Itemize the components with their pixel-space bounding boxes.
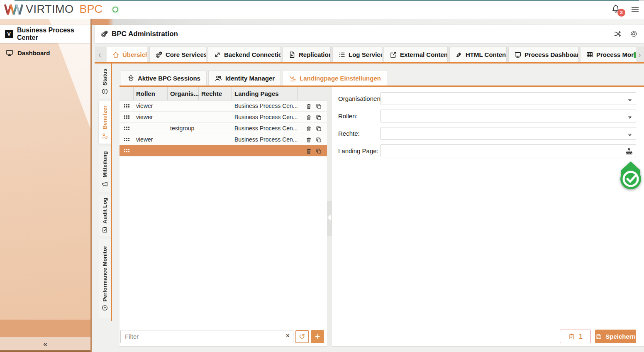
column-header-landing-pages[interactable]: Landing Pages bbox=[232, 87, 298, 100]
table-row[interactable]: viewer Business Process Cen... bbox=[120, 112, 327, 123]
sitemap-picker-icon[interactable] bbox=[625, 147, 633, 155]
filter-input[interactable] bbox=[120, 330, 293, 343]
fountain-pen-icon bbox=[455, 51, 463, 59]
pending-changes-button[interactable]: 1 bbox=[560, 330, 591, 343]
table-row[interactable]: viewer Business Process Cen... bbox=[120, 134, 327, 145]
side-tab-status[interactable]: Status bbox=[99, 66, 111, 98]
rollen-select[interactable] bbox=[381, 110, 636, 122]
side-tab-audit-log[interactable]: Audit Log bbox=[99, 195, 111, 236]
grid-footer: × ↺ + bbox=[120, 330, 326, 343]
landingpage-form-panel: Organisationen: Rollen: Rechte: Landing … bbox=[332, 87, 644, 347]
shuffle-icon[interactable] bbox=[613, 29, 622, 38]
table-grid-icon bbox=[586, 51, 593, 59]
notifications-badge: 3 bbox=[617, 9, 625, 17]
chevron-down-icon[interactable] bbox=[627, 96, 633, 103]
table-row-selected[interactable] bbox=[120, 145, 327, 156]
home-icon bbox=[112, 51, 120, 59]
tab-backend-connections[interactable]: Backend Connections bbox=[208, 46, 281, 62]
column-header-rechte[interactable]: Rechte bbox=[199, 87, 232, 100]
copy-row-icon[interactable] bbox=[315, 113, 322, 120]
gears-icon bbox=[100, 30, 108, 38]
subtab-label: Landingpage Einstellungen bbox=[300, 75, 381, 82]
sidebar-title: Business Process Center bbox=[17, 27, 85, 42]
save-button[interactable]: Speichern bbox=[595, 330, 636, 343]
sidebar-right-edge bbox=[90, 19, 92, 352]
tab-log-service[interactable]: Log Service bbox=[332, 46, 382, 62]
side-tab-benutzer[interactable]: Benutzer bbox=[99, 101, 111, 144]
drag-handle-icon[interactable] bbox=[124, 104, 129, 108]
landing-page-input[interactable] bbox=[381, 144, 636, 157]
sub-tabs: Aktive BPC Sessions Identity Manager Lan… bbox=[121, 71, 387, 86]
tab-core-services[interactable]: Core Services bbox=[149, 46, 206, 62]
main-menu-icon[interactable] bbox=[630, 5, 640, 14]
collapse-left-icon[interactable] bbox=[327, 215, 331, 220]
clipboard-check-icon bbox=[101, 226, 108, 233]
external-link-icon bbox=[390, 51, 397, 59]
tab-external-content[interactable]: External Content bbox=[384, 46, 448, 62]
table-row[interactable]: viewer Business Process Cen... bbox=[120, 100, 327, 112]
sidebar-item-dashboard[interactable]: Dashboard bbox=[5, 49, 50, 57]
delete-row-icon[interactable] bbox=[305, 136, 312, 143]
success-check-badge-icon bbox=[620, 161, 642, 190]
delete-row-icon[interactable] bbox=[305, 102, 312, 109]
tab-bar-accent-line bbox=[95, 62, 644, 64]
admin-title: BPC Administration bbox=[100, 30, 178, 38]
side-tab-label: Status bbox=[102, 68, 108, 86]
copy-row-icon[interactable] bbox=[315, 136, 322, 143]
panel-splitter[interactable] bbox=[327, 87, 332, 347]
floppy-disk-icon bbox=[595, 333, 602, 340]
subtab-aktive-bpc-sessions[interactable]: Aktive BPC Sessions bbox=[121, 71, 207, 86]
tab-process-monitor[interactable]: Process Monitor bbox=[580, 46, 636, 62]
diagonal-arrows-icon bbox=[214, 51, 221, 59]
settings-gear-icon[interactable] bbox=[629, 29, 638, 38]
tab-html-content[interactable]: HTML Content bbox=[449, 46, 507, 62]
tabs-scroll-right-button[interactable]: › bbox=[638, 46, 641, 62]
subtab-identity-manager[interactable]: Identity Manager bbox=[208, 71, 281, 86]
cell-rollen: viewer bbox=[134, 136, 168, 143]
delete-row-icon[interactable] bbox=[305, 113, 312, 120]
column-header-rollen[interactable]: Rollen bbox=[134, 87, 168, 100]
label-rollen: Rollen: bbox=[338, 110, 358, 122]
monitor-icon bbox=[5, 49, 14, 57]
tab-process-dashboard[interactable]: Process Dashboard bbox=[508, 46, 578, 62]
window-top-edge bbox=[15, 0, 639, 1]
column-header-organisationen[interactable]: Organis... bbox=[168, 87, 199, 100]
side-tab-performance-monitor[interactable]: Performance Monitor bbox=[99, 239, 111, 318]
add-row-button[interactable]: + bbox=[311, 330, 324, 343]
organisationen-select[interactable] bbox=[381, 92, 636, 105]
bpc-app-mark-icon: V bbox=[5, 30, 13, 38]
admin-title-text: BPC Administration bbox=[112, 30, 178, 38]
chevron-down-icon[interactable] bbox=[627, 131, 633, 138]
side-tab-mitteilung[interactable]: Mitteilung bbox=[99, 147, 111, 192]
tab-replication[interactable]: Replication bbox=[283, 46, 331, 62]
copy-row-icon[interactable] bbox=[315, 102, 322, 109]
sidebar-collapse-button[interactable]: « bbox=[0, 337, 90, 351]
document-arrow-icon bbox=[288, 51, 296, 59]
copy-row-icon[interactable] bbox=[315, 147, 322, 154]
drag-handle-icon[interactable] bbox=[124, 149, 129, 152]
drag-handle-icon[interactable] bbox=[124, 127, 129, 130]
side-tabs-accent-line bbox=[111, 64, 112, 321]
list-icon bbox=[338, 51, 346, 59]
copy-row-icon[interactable] bbox=[315, 125, 322, 132]
chevron-down-icon[interactable] bbox=[627, 113, 633, 121]
table-row[interactable]: testgroup Business Process Cen... bbox=[120, 123, 327, 134]
drag-handle-icon[interactable] bbox=[124, 115, 129, 119]
tab-label: Replication bbox=[299, 51, 331, 58]
label-landing-page: Landing Page: bbox=[338, 144, 378, 157]
virtimo-w-mark-icon bbox=[4, 3, 25, 16]
clear-filter-icon[interactable]: × bbox=[286, 332, 290, 340]
tab-label: External Content bbox=[400, 51, 448, 58]
notifications-bell-icon[interactable]: 3 bbox=[610, 4, 621, 15]
tabs-scroll-left-button[interactable]: ‹ bbox=[98, 46, 101, 62]
reset-button[interactable]: ↺ bbox=[295, 330, 309, 343]
tab-uebersicht[interactable]: Übersicht bbox=[106, 46, 148, 62]
clipboard-icon bbox=[568, 333, 575, 340]
rechte-select[interactable] bbox=[381, 127, 636, 140]
subtab-landingpage-einstellungen[interactable]: Landingpage Einstellungen bbox=[283, 71, 387, 86]
delete-row-icon[interactable] bbox=[305, 125, 312, 132]
backdrop-strip bbox=[90, 19, 644, 25]
delete-row-icon[interactable] bbox=[305, 147, 312, 154]
drag-handle-icon[interactable] bbox=[124, 138, 129, 141]
cell-landing-pages: Business Process Cen... bbox=[232, 114, 298, 120]
